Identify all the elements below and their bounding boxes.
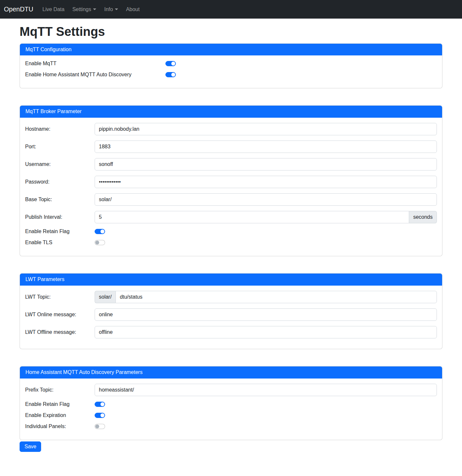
- enable-mqtt-toggle[interactable]: [165, 61, 176, 66]
- card-header: MqTT Configuration: [20, 44, 442, 56]
- form-row-enable-mqtt: Enable MqTT: [25, 61, 437, 67]
- brand-opendtu[interactable]: OpenDTU: [4, 6, 33, 13]
- enable-hass-discovery-toggle[interactable]: [165, 72, 176, 77]
- form-row-hostname: Hostname:: [25, 123, 437, 135]
- seconds-unit-label: seconds: [409, 211, 437, 223]
- card-header: Home Assistant MQTT Auto Discovery Param…: [20, 366, 442, 379]
- form-row-lwt-online: LWT Online message:: [25, 308, 437, 321]
- field-label: Enable TLS: [25, 240, 95, 245]
- card-body: Hostname: Port: Username: Password: Base…: [20, 118, 442, 256]
- form-row-password: Password:: [25, 176, 437, 188]
- field-label: Enable Home Assistant MQTT Auto Discover…: [25, 72, 165, 78]
- card-body: Prefix Topic: Enable Retain Flag Enable …: [20, 379, 442, 440]
- field-label: Hostname:: [25, 126, 95, 132]
- hostname-input[interactable]: [95, 123, 437, 135]
- field-label: Individual Panels:: [25, 424, 95, 429]
- card-header: LWT Parameters: [20, 274, 442, 286]
- field-label: Base Topic:: [25, 197, 95, 202]
- form-row-lwt-offline: LWT Offline message:: [25, 326, 437, 338]
- form-row-retain-flag: Enable Retain Flag: [25, 229, 437, 234]
- card-header: MqTT Broker Parameter: [20, 106, 442, 118]
- chevron-down-icon: [115, 8, 118, 10]
- nav-item-settings[interactable]: Settings: [70, 4, 99, 15]
- individual-panels-toggle[interactable]: [95, 424, 105, 429]
- nav-item-live-data[interactable]: Live Data: [40, 4, 67, 15]
- form-row-expiration: Enable Expiration: [25, 412, 437, 418]
- form-row-prefix-topic: Prefix Topic:: [25, 384, 437, 396]
- retain-flag-toggle[interactable]: [95, 229, 105, 234]
- chevron-down-icon: [93, 8, 96, 10]
- field-label: Username:: [25, 161, 95, 167]
- form-row-port: Port:: [25, 141, 437, 153]
- field-label: Port:: [25, 144, 95, 150]
- card-hass-discovery-parameters: Home Assistant MQTT Auto Discovery Param…: [20, 366, 442, 440]
- lwt-offline-input[interactable]: [95, 326, 437, 338]
- field-label: LWT Offline message:: [25, 329, 95, 335]
- form-row-individual-panels: Individual Panels:: [25, 424, 437, 429]
- field-label: Enable Retain Flag: [25, 401, 95, 407]
- publish-interval-input[interactable]: [95, 211, 409, 223]
- lwt-topic-prefix: solar/: [95, 291, 116, 303]
- nav-item-label: Info: [104, 7, 113, 12]
- nav-item-label: Live Data: [42, 7, 65, 12]
- lwt-online-input[interactable]: [95, 308, 437, 321]
- field-label: Password:: [25, 179, 95, 185]
- nav-item-label: About: [126, 7, 140, 12]
- form-row-lwt-topic: LWT Topic: solar/: [25, 291, 437, 303]
- form-row-tls: Enable TLS: [25, 240, 437, 245]
- form-row-base-topic: Base Topic:: [25, 193, 437, 206]
- field-label: Enable MqTT: [25, 61, 165, 67]
- form-row-enable-hass-discovery: Enable Home Assistant MQTT Auto Discover…: [25, 72, 437, 78]
- tls-toggle[interactable]: [95, 240, 105, 245]
- nav-item-info[interactable]: Info: [101, 4, 121, 15]
- form-row-username: Username:: [25, 158, 437, 171]
- nav-item-about[interactable]: About: [123, 4, 142, 15]
- field-label: Publish Interval:: [25, 214, 95, 220]
- field-label: Enable Retain Flag: [25, 229, 95, 234]
- nav-links: Live Data Settings Info About: [40, 4, 145, 15]
- save-button[interactable]: Save: [20, 441, 41, 452]
- card-body: Enable MqTT Enable Home Assistant MQTT A…: [20, 55, 442, 88]
- password-input[interactable]: [95, 176, 437, 188]
- lwt-topic-input[interactable]: [116, 291, 437, 303]
- card-body: LWT Topic: solar/ LWT Online message: LW…: [20, 286, 442, 349]
- field-label: Prefix Topic:: [25, 387, 95, 393]
- field-label: LWT Topic:: [25, 294, 95, 300]
- form-row-publish-interval: Publish Interval: seconds: [25, 211, 437, 223]
- prefix-topic-input[interactable]: [95, 384, 437, 396]
- main-content: MqTT Settings MqTT Configuration Enable …: [16, 24, 446, 458]
- card-mqtt-configuration: MqTT Configuration Enable MqTT Enable Ho…: [20, 43, 442, 89]
- field-label: LWT Online message:: [25, 312, 95, 318]
- card-mqtt-broker-parameter: MqTT Broker Parameter Hostname: Port: Us…: [20, 105, 442, 256]
- nav-item-label: Settings: [72, 7, 91, 12]
- form-row-hass-retain-flag: Enable Retain Flag: [25, 401, 437, 407]
- base-topic-input[interactable]: [95, 193, 437, 206]
- hass-retain-flag-toggle[interactable]: [95, 402, 105, 407]
- navbar: OpenDTU Live Data Settings Info About: [0, 0, 462, 19]
- page-title: MqTT Settings: [20, 24, 442, 39]
- card-lwt-parameters: LWT Parameters LWT Topic: solar/ LWT Onl…: [20, 273, 442, 349]
- expiration-toggle[interactable]: [95, 413, 105, 418]
- username-input[interactable]: [95, 158, 437, 171]
- port-input[interactable]: [95, 141, 437, 153]
- field-label: Enable Expiration: [25, 412, 95, 418]
